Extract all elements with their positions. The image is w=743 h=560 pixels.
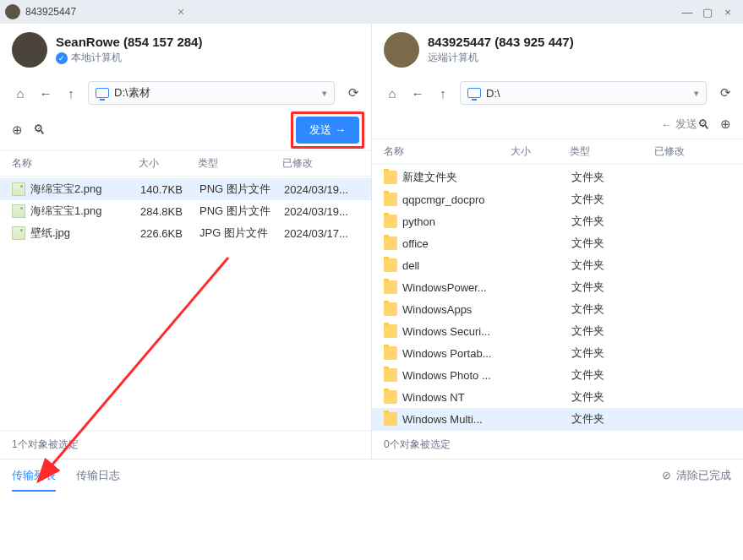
local-path-text: D:\素材 <box>114 85 317 101</box>
folder-icon <box>384 412 397 426</box>
file-row[interactable]: 壁纸.jpg226.6KBJPG 图片文件2024/03/17... <box>0 222 371 244</box>
chevron-down-icon[interactable]: ▾ <box>694 88 699 99</box>
folder-row[interactable]: WindowsPower...文件夹 <box>372 276 743 298</box>
folder-name: Windows Securi... <box>402 325 529 338</box>
folder-name: Windows Portab... <box>402 347 529 360</box>
back-icon[interactable]: ← <box>409 86 426 101</box>
local-table-header: 名称 大小 类型 已修改 <box>0 150 371 177</box>
tab-transfer-log[interactable]: 传输日志 <box>76 459 120 492</box>
file-row[interactable]: 海绵宝宝2.png140.7KBPNG 图片文件2024/03/19... <box>0 178 371 200</box>
search-icon[interactable]: 🔍︎ <box>33 122 46 138</box>
remote-user-name: 843925447 (843 925 447) <box>428 35 574 49</box>
new-folder-icon[interactable]: ⊕ <box>720 117 731 132</box>
file-modified: 2024/03/17... <box>284 227 359 240</box>
local-location-text: 本地计算机 <box>71 51 122 65</box>
col-type[interactable]: 类型 <box>570 144 654 159</box>
clear-completed-button[interactable]: ⊘ 清除已完成 <box>662 468 731 483</box>
folder-name: WindowsPower... <box>402 281 529 294</box>
local-user-header: SeanRowe (854 157 284) ✓ 本地计算机 <box>0 24 371 76</box>
file-name: 海绵宝宝1.png <box>30 204 140 219</box>
folder-icon <box>384 390 397 404</box>
local-location: ✓ 本地计算机 <box>56 51 202 65</box>
bottom-tabs: 传输列表 传输日志 ⊘ 清除已完成 <box>0 459 743 491</box>
folder-name: Windows NT <box>402 391 529 404</box>
folder-row[interactable]: qqpcmgr_docpro文件夹 <box>372 188 743 210</box>
folder-row[interactable]: Windows NT文件夹 <box>372 386 743 408</box>
file-type: JPG 图片文件 <box>199 226 284 241</box>
file-type: PNG 图片文件 <box>199 204 284 219</box>
col-name[interactable]: 名称 <box>384 144 511 159</box>
back-icon[interactable]: ← <box>37 86 54 101</box>
local-file-list: 海绵宝宝2.png140.7KBPNG 图片文件2024/03/19...海绵宝… <box>0 177 371 430</box>
receive-button[interactable]: ← 发送 <box>661 117 697 132</box>
folder-name: qqpcmgr_docpro <box>402 193 529 206</box>
folder-icon <box>384 280 397 294</box>
home-icon[interactable]: ⌂ <box>12 86 29 101</box>
folder-icon <box>384 215 397 228</box>
up-icon[interactable]: ↑ <box>434 86 451 101</box>
receive-button-wrapper: ← 发送 <box>661 117 697 132</box>
folder-row[interactable]: WindowsApps文件夹 <box>372 298 743 320</box>
send-button[interactable]: 发送 → <box>296 117 359 144</box>
folder-row[interactable]: Windows Photo ...文件夹 <box>372 364 743 386</box>
col-size[interactable]: 大小 <box>511 144 570 159</box>
file-row[interactable]: 海绵宝宝1.png284.8KBPNG 图片文件2024/03/19... <box>0 200 371 222</box>
remote-pane: 843925447 (843 925 447) 远端计算机 ⌂ ← ↑ D:\ … <box>372 24 743 459</box>
remote-avatar <box>384 32 419 68</box>
panes: SeanRowe (854 157 284) ✓ 本地计算机 ⌂ ← ↑ D:\… <box>0 24 743 459</box>
local-avatar <box>12 32 47 68</box>
file-modified: 2024/03/19... <box>284 205 359 218</box>
remote-user-header: 843925447 (843 925 447) 远端计算机 <box>372 24 743 76</box>
col-size[interactable]: 大小 <box>139 156 198 171</box>
folder-row[interactable]: Windows Portab...文件夹 <box>372 342 743 364</box>
refresh-icon[interactable]: ⟳ <box>720 85 731 101</box>
local-path-box[interactable]: D:\素材 ▾ <box>88 81 335 105</box>
folder-name: WindowsApps <box>402 303 529 316</box>
folder-row[interactable]: python文件夹 <box>372 210 743 232</box>
new-folder-icon[interactable]: ⊕ <box>12 122 23 138</box>
local-nav: ⌂ ← ↑ D:\素材 ▾ ⟳ <box>0 76 371 110</box>
folder-type: 文件夹 <box>571 367 639 383</box>
refresh-icon[interactable]: ⟳ <box>348 85 359 101</box>
folder-row[interactable]: dell文件夹 <box>372 254 743 276</box>
image-file-icon <box>12 204 25 218</box>
file-size: 140.7KB <box>140 183 199 196</box>
folder-name: 新建文件夹 <box>402 170 529 185</box>
minimize-icon[interactable]: — <box>677 6 697 19</box>
folder-row[interactable]: Windows Securi...文件夹 <box>372 320 743 342</box>
arrow-left-icon: ← <box>661 118 672 131</box>
search-icon[interactable]: 🔍︎ <box>697 117 710 132</box>
remote-status: 0个对象被选定 <box>372 430 743 459</box>
folder-type: 文件夹 <box>571 389 639 405</box>
image-file-icon <box>12 226 25 240</box>
remote-location-text: 远端计算机 <box>428 51 478 65</box>
transfer-list-area <box>0 491 743 560</box>
col-type[interactable]: 类型 <box>198 156 282 171</box>
folder-type: 文件夹 <box>571 302 639 317</box>
folder-name: office <box>402 237 529 250</box>
close-icon[interactable]: × <box>718 6 738 19</box>
maximize-icon[interactable]: ▢ <box>697 6 718 19</box>
verified-icon: ✓ <box>56 52 68 64</box>
local-action-row: ⊕ 🔍︎ 发送 → <box>0 110 371 150</box>
folder-type: 文件夹 <box>571 214 639 229</box>
remote-file-list: 新建文件夹文件夹qqpcmgr_docpro文件夹python文件夹office… <box>372 165 743 430</box>
folder-row[interactable]: 新建文件夹文件夹 <box>372 166 743 188</box>
col-modified[interactable]: 已修改 <box>282 156 359 171</box>
folder-type: 文件夹 <box>571 236 639 251</box>
folder-row[interactable]: office文件夹 <box>372 232 743 254</box>
col-name[interactable]: 名称 <box>12 156 139 171</box>
folder-icon <box>384 258 397 272</box>
folder-name: Windows Multi... <box>402 413 529 426</box>
home-icon[interactable]: ⌂ <box>384 86 401 101</box>
remote-path-box[interactable]: D:\ ▾ <box>460 81 707 105</box>
up-icon[interactable]: ↑ <box>63 86 79 101</box>
remote-nav: ⌂ ← ↑ D:\ ▾ ⟳ <box>372 76 743 110</box>
chevron-down-icon[interactable]: ▾ <box>322 88 327 99</box>
tab-transfer-list[interactable]: 传输列表 <box>12 459 56 492</box>
col-modified[interactable]: 已修改 <box>654 144 731 159</box>
file-name: 壁纸.jpg <box>30 226 140 241</box>
folder-row[interactable]: Windows Multi...文件夹 <box>372 408 743 430</box>
titlebar: 843925447 × — ▢ × <box>0 0 743 24</box>
close-tab-icon[interactable]: × <box>178 5 184 19</box>
